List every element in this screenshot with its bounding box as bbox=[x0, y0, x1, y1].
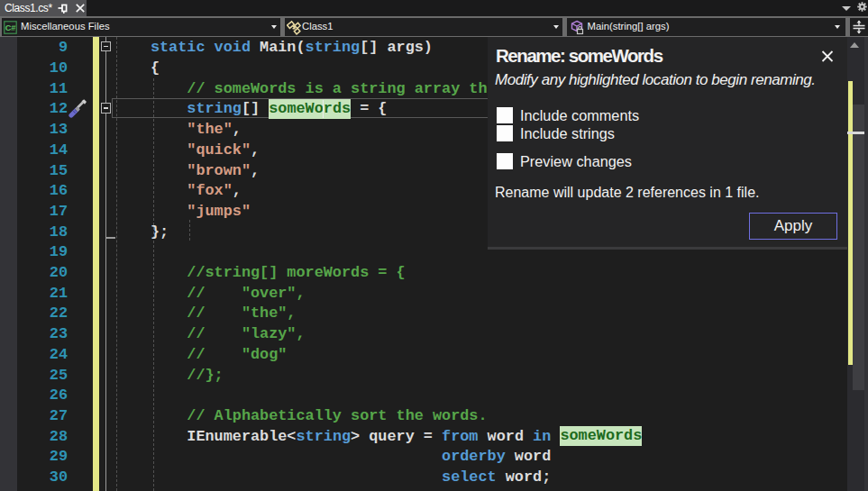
svg-text:C#: C# bbox=[5, 23, 16, 32]
